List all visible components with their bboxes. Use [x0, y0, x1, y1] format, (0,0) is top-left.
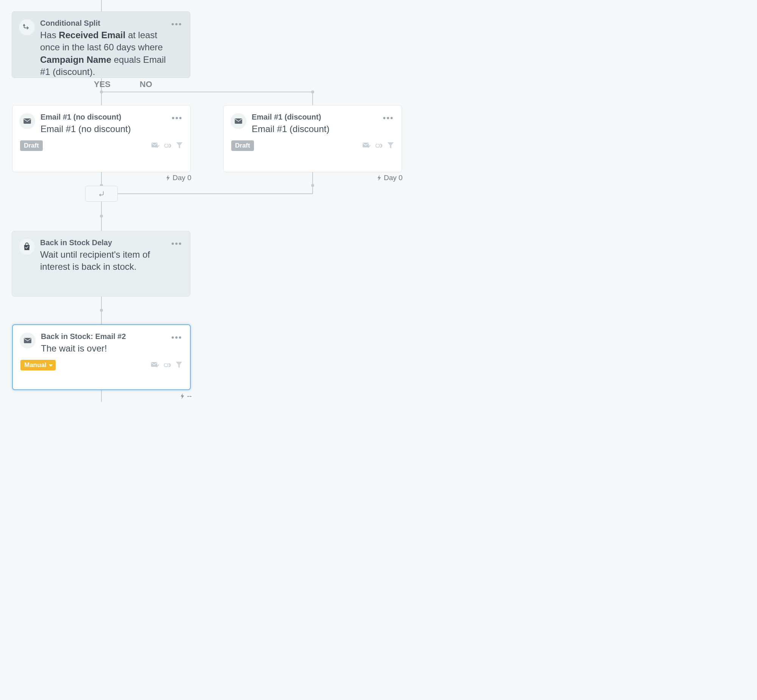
more-menu-icon[interactable]: ••• [172, 113, 183, 123]
more-menu-icon[interactable]: ••• [171, 19, 183, 29]
branch-label-no: NO [140, 80, 152, 89]
day-label-discount: Day 0 [377, 174, 403, 182]
card-footer-icons [151, 361, 183, 369]
flow-canvas[interactable]: Conditional Split Has Received Email at … [0, 0, 435, 402]
conditional-split-card[interactable]: Conditional Split Has Received Email at … [12, 11, 190, 78]
svg-point-8 [100, 214, 103, 217]
day-label-no-discount: Day 0 [166, 174, 191, 182]
svg-rect-15 [23, 119, 31, 124]
smart-sending-icon[interactable] [151, 142, 160, 149]
email-no-discount-subject: Email #1 (no discount) [41, 123, 172, 135]
back-in-stock-delay-title: Back in Stock Delay [40, 238, 171, 247]
smart-sending-icon[interactable] [362, 142, 371, 149]
filter-icon[interactable] [176, 142, 183, 150]
email-discount-title: Email #1 (discount) [252, 112, 383, 122]
shopping-bag-icon [19, 239, 35, 255]
link-icon[interactable] [164, 142, 172, 150]
more-menu-icon[interactable]: ••• [383, 113, 394, 123]
email-2-card[interactable]: Back in Stock: Email #2 The wait is over… [12, 324, 191, 390]
filter-icon[interactable] [176, 361, 183, 369]
more-menu-icon[interactable]: ••• [171, 333, 183, 342]
svg-point-13 [100, 309, 103, 312]
card-footer-icons [362, 142, 394, 150]
status-badge-draft: Draft [20, 141, 43, 151]
filter-icon[interactable] [387, 142, 394, 150]
svg-rect-17 [235, 119, 242, 124]
card-footer-icons [151, 142, 183, 150]
link-icon[interactable] [164, 361, 171, 369]
svg-point-4 [311, 91, 314, 94]
lightning-icon [166, 175, 170, 181]
lightning-icon [180, 393, 185, 399]
conditional-split-title: Conditional Split [40, 19, 171, 28]
email-2-subject: The wait is over! [41, 342, 171, 355]
envelope-icon [20, 333, 36, 348]
lightning-icon [377, 175, 382, 181]
email-discount-card[interactable]: Email #1 (discount) Email #1 (discount) … [223, 105, 402, 172]
merge-node[interactable] [85, 186, 118, 202]
branch-label-yes: YES [94, 80, 111, 89]
back-in-stock-delay-description: Wait until recipient's item of interest … [40, 248, 165, 273]
svg-point-2 [100, 91, 103, 94]
email-discount-subject: Email #1 (discount) [252, 123, 383, 135]
email-no-discount-card[interactable]: Email #1 (no discount) Email #1 (no disc… [12, 105, 191, 172]
svg-rect-19 [24, 338, 31, 343]
smart-sending-icon[interactable] [151, 362, 159, 369]
conditional-split-icon [19, 19, 35, 35]
link-icon[interactable] [375, 142, 383, 150]
status-badge-manual[interactable]: Manual [20, 360, 56, 370]
envelope-icon [230, 113, 246, 129]
email-2-title: Back in Stock: Email #2 [41, 332, 171, 341]
conditional-split-description: Has Received Email at least once in the … [40, 29, 171, 78]
day-label-email-2: -- [180, 392, 192, 400]
svg-point-10 [311, 184, 314, 187]
email-no-discount-title: Email #1 (no discount) [41, 112, 172, 122]
envelope-icon [19, 113, 35, 129]
merge-icon [98, 190, 105, 197]
more-menu-icon[interactable]: ••• [171, 239, 183, 248]
status-badge-draft: Draft [231, 141, 254, 151]
back-in-stock-delay-card[interactable]: Back in Stock Delay Wait until recipient… [12, 231, 190, 297]
